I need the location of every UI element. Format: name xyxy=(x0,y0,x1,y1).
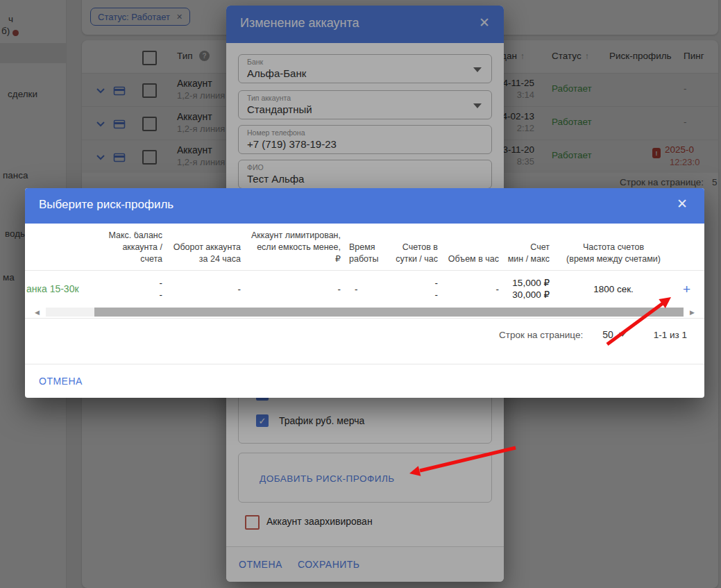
column-frequency: Частота счетов (время между счетами) xyxy=(558,232,669,270)
column-bills-per-day: Счетов в сутки / час xyxy=(385,232,446,270)
horizontal-scrollbar[interactable]: ◀ ▶ xyxy=(35,307,695,317)
rows-per-page-label: Строк на странице: xyxy=(499,330,583,340)
divider xyxy=(25,364,704,364)
rows-per-page-select[interactable]: 50 xyxy=(602,329,613,340)
risk-profile-name[interactable]: анка 15-30к xyxy=(26,283,101,295)
pagination-range: 1-1 из 1 xyxy=(654,330,687,340)
risk-table-header: Макс. баланс аккаунта / счета Оборот акк… xyxy=(25,232,704,271)
dropdown-caret-icon[interactable] xyxy=(619,333,626,337)
column-work-time: Время работы xyxy=(349,232,385,270)
divider xyxy=(25,318,704,319)
cancel-button[interactable]: ОТМЕНА xyxy=(39,376,83,387)
close-icon[interactable]: ✕ xyxy=(677,197,688,210)
column-name xyxy=(25,232,101,270)
scroll-right-icon[interactable]: ▶ xyxy=(690,308,695,317)
add-profile-plus-button[interactable]: + xyxy=(669,283,704,295)
risk-profile-row[interactable]: анка 15-30к - - - - - - - - 15,000 ₽ 30,… xyxy=(25,271,704,307)
work-time-value: - xyxy=(349,271,385,307)
column-bill-min-max: Счет мин / макс xyxy=(507,232,558,270)
max-balance-value: - - xyxy=(101,271,171,307)
limited-value: - xyxy=(249,271,349,307)
turnover-value: - xyxy=(171,271,249,307)
select-risk-profile-modal: Выберите риск-профиль ✕ Макс. баланс акк… xyxy=(25,188,704,398)
modal-title: Выберите риск-профиль xyxy=(39,198,173,212)
volume-value: - xyxy=(446,271,507,307)
scroll-left-icon[interactable]: ◀ xyxy=(35,308,40,317)
column-volume: Объем в час xyxy=(446,232,507,270)
column-limited: Аккаунт лимитирован, если емкость менее,… xyxy=(249,232,349,270)
column-actions xyxy=(669,232,704,270)
scrollbar-thumb[interactable] xyxy=(94,308,684,317)
frequency-value: 1800 сек. xyxy=(558,271,669,307)
risk-modal-header: Выберите риск-профиль ✕ xyxy=(25,188,704,224)
column-turnover: Оборот аккаунта за 24 часа xyxy=(171,232,249,270)
column-max-balance: Макс. баланс аккаунта / счета xyxy=(101,232,171,270)
bill-min-max-value: 15,000 ₽ 30,000 ₽ xyxy=(507,271,558,307)
risk-modal-pagination: Строк на странице: 50 1-1 из 1 xyxy=(499,325,687,344)
bills-per-day-value: - - xyxy=(385,271,446,307)
